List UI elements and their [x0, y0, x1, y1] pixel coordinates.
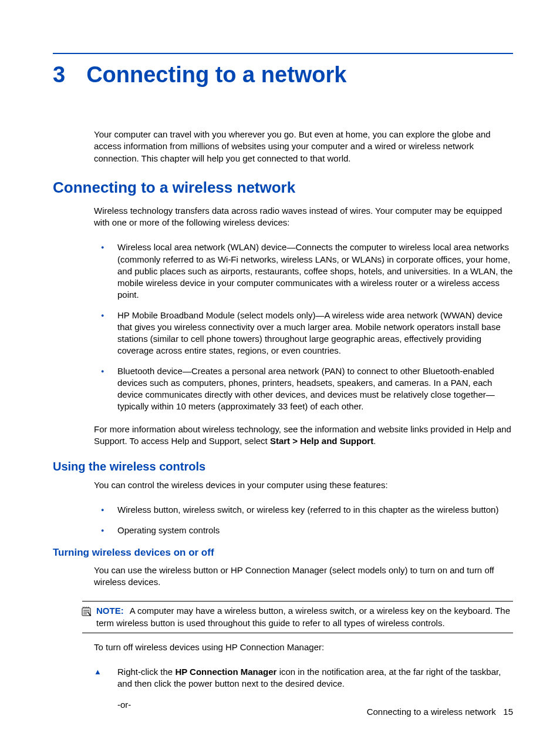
note-icon — [81, 606, 93, 620]
note-body: A computer may have a wireless button, a… — [96, 606, 510, 627]
list-item: Wireless button, wireless switch, or wir… — [117, 504, 513, 516]
text: . — [373, 436, 376, 446]
procedure-step: Right-click the HP Connection Manager ic… — [94, 666, 513, 690]
chapter-intro: Your computer can travel with you wherev… — [94, 129, 513, 164]
wireless-device-list: Wireless local area network (WLAN) devic… — [94, 241, 513, 412]
note-callout: NOTE:A computer may have a wireless butt… — [82, 601, 513, 633]
page-number: 15 — [503, 707, 513, 717]
list-item: Wireless local area network (WLAN) devic… — [117, 241, 513, 301]
list-item: Bluetooth device—Creates a personal area… — [117, 365, 513, 413]
section1-intro: Wireless technology transfers data acros… — [94, 205, 513, 229]
section-heading-wireless: Connecting to a wireless network — [53, 179, 513, 197]
text: Right-click the — [117, 667, 175, 677]
page-footer: Connecting to a wireless network 15 — [367, 707, 513, 717]
chapter-number: 3 — [53, 62, 65, 88]
section-heading-onoff: Turning wireless devices on or off — [53, 547, 513, 559]
chapter-title: Connecting to a network — [86, 62, 346, 88]
chapter-rule — [53, 53, 513, 54]
section-heading-controls: Using the wireless controls — [53, 460, 513, 473]
list-item: Operating system controls — [117, 525, 513, 536]
list-item: HP Mobile Broadband Module (select model… — [117, 310, 513, 357]
section3-intro: You can use the wireless button or HP Co… — [94, 564, 513, 589]
section3-after-note: To turn off wireless devices using HP Co… — [94, 641, 513, 653]
footer-section: Connecting to a wireless network — [367, 707, 496, 717]
ui-name: HP Connection Manager — [175, 667, 276, 677]
note-label: NOTE: — [96, 606, 124, 616]
chapter-heading: 3 Connecting to a network — [53, 62, 513, 88]
controls-list: Wireless button, wireless switch, or wir… — [94, 504, 513, 536]
section2-intro: You can control the wireless devices in … — [94, 479, 513, 491]
menu-path: Start > Help and Support — [270, 436, 373, 446]
section1-after: For more information about wireless tech… — [94, 424, 513, 448]
